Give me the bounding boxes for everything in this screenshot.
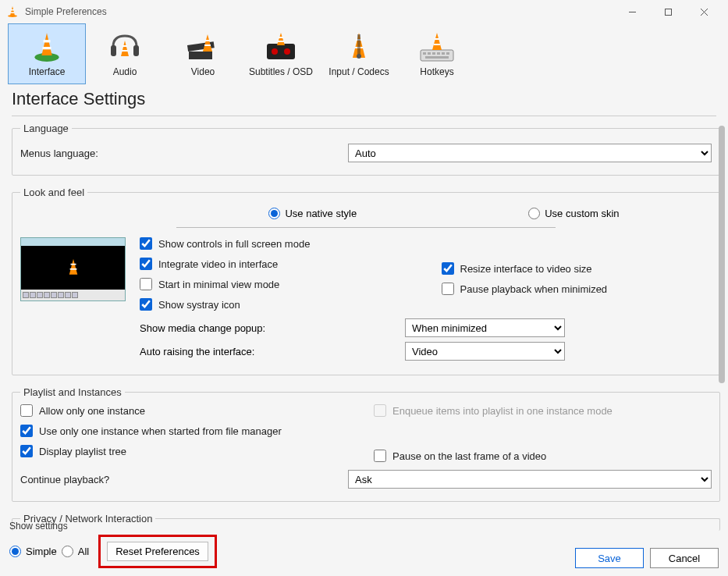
radio-show-all[interactable]: All — [62, 546, 89, 557]
checkbox-resize-interface[interactable]: Resize interface to video size — [442, 262, 712, 275]
radio-native-style[interactable]: Use native style — [268, 208, 357, 219]
scrollbar-thumb[interactable] — [719, 126, 725, 383]
divider — [12, 116, 716, 116]
svg-rect-24 — [355, 47, 363, 48]
svg-rect-8 — [44, 40, 51, 42]
divider — [176, 227, 556, 228]
cone-icon — [31, 31, 62, 62]
checkbox-show-controls-fullscreen[interactable]: Show controls in full screen mode — [140, 237, 410, 250]
svg-rect-14 — [189, 52, 212, 59]
checkbox-enqueue-one-instance: Enqueue items into playlist in one insta… — [374, 404, 712, 417]
svg-rect-17 — [204, 44, 211, 46]
svg-point-19 — [272, 48, 278, 55]
svg-rect-4 — [665, 9, 671, 15]
tab-label: Subtitles / OSD — [249, 66, 313, 77]
checkbox-pause-last-frame[interactable]: Pause on the last frame of a video — [374, 450, 712, 462]
group-legend: Look and feel — [20, 187, 87, 198]
svg-rect-26 — [421, 50, 453, 61]
svg-rect-33 — [425, 56, 449, 59]
keyboard-cone-icon — [419, 31, 455, 62]
svg-point-20 — [284, 48, 290, 55]
close-button[interactable] — [686, 0, 722, 23]
checkbox-start-minimal[interactable]: Start in minimal view mode — [140, 278, 410, 290]
svg-rect-10 — [111, 45, 116, 56]
group-look-and-feel: Look and feel Use native style Use custo… — [12, 187, 720, 375]
category-tabs: Interface Audio Video Subtitles / OSD In… — [0, 23, 728, 84]
show-settings-label: Show settings — [9, 521, 217, 532]
svg-rect-27 — [423, 52, 426, 55]
svg-rect-29 — [432, 52, 435, 55]
clapper-cone-icon — [186, 31, 220, 62]
menus-language-label: Menus language: — [20, 148, 348, 159]
svg-rect-32 — [446, 52, 449, 55]
display-cone-icon — [262, 31, 300, 62]
checkbox-one-instance-file-manager[interactable]: Use only one instance when started from … — [20, 425, 358, 437]
svg-point-2 — [8, 15, 17, 17]
checkbox-display-playlist-tree[interactable]: Display playlist tree — [20, 445, 358, 457]
tab-label: Input / Codecs — [328, 66, 389, 77]
svg-rect-30 — [437, 52, 440, 55]
checkbox-show-systray[interactable]: Show systray icon — [140, 298, 410, 311]
continue-playback-label: Continue playback? — [20, 474, 348, 485]
svg-rect-34 — [435, 38, 439, 40]
interface-preview-image — [20, 237, 126, 301]
page-title: Interface Settings — [0, 84, 728, 112]
svg-rect-21 — [279, 37, 283, 38]
media-change-popup-select[interactable]: When minimized — [405, 318, 565, 337]
save-button[interactable]: Save — [575, 548, 644, 568]
svg-rect-37 — [69, 268, 76, 270]
highlight-annotation: Reset Preferences — [98, 535, 217, 568]
tab-interface[interactable]: Interface — [8, 23, 86, 84]
tab-label: Hotkeys — [420, 66, 453, 77]
svg-rect-23 — [356, 39, 362, 41]
media-change-popup-label: Show media change popup: — [140, 322, 405, 334]
radio-custom-skin[interactable]: Use custom skin — [528, 208, 619, 219]
svg-rect-11 — [133, 45, 139, 56]
cancel-button[interactable]: Cancel — [650, 548, 719, 568]
checkbox-integrate-video[interactable]: Integrate video in interface — [140, 258, 410, 270]
svg-rect-36 — [70, 264, 76, 265]
svg-rect-35 — [434, 44, 440, 45]
svg-rect-18 — [267, 44, 295, 59]
group-playlist-instances: Playlist and Instances Allow only one in… — [12, 386, 720, 502]
tab-input-codecs[interactable]: Input / Codecs — [320, 23, 398, 84]
checkbox-allow-one-instance[interactable]: Allow only one instance — [20, 404, 358, 417]
radio-show-simple[interactable]: Simple — [9, 546, 57, 557]
svg-rect-9 — [42, 47, 51, 49]
svg-point-25 — [357, 54, 361, 59]
tab-video[interactable]: Video — [164, 23, 242, 84]
group-language: Language Menus language: Auto — [12, 123, 720, 176]
reset-preferences-button[interactable]: Reset Preferences — [107, 542, 208, 561]
svg-rect-1 — [11, 12, 15, 14]
checkbox-pause-minimized[interactable]: Pause playback when minimized — [442, 283, 712, 295]
footer: Show settings Simple All Reset Preferenc… — [0, 531, 728, 576]
vlc-app-icon — [6, 5, 19, 18]
tab-label: Interface — [29, 66, 66, 77]
svg-rect-16 — [205, 40, 210, 41]
group-legend: Playlist and Instances — [20, 386, 125, 398]
window-title: Simple Preferences — [25, 6, 614, 17]
auto-raising-label: Auto raising the interface: — [140, 346, 405, 357]
tab-hotkeys[interactable]: Hotkeys — [398, 23, 476, 84]
svg-rect-22 — [278, 41, 284, 42]
svg-rect-0 — [11, 9, 14, 11]
headphones-cone-icon — [108, 31, 141, 62]
tab-label: Video — [191, 66, 215, 77]
group-legend: Language — [20, 123, 72, 134]
svg-rect-31 — [442, 52, 445, 55]
tab-subtitles[interactable]: Subtitles / OSD — [242, 23, 320, 84]
menus-language-select[interactable]: Auto — [348, 144, 712, 162]
tab-audio[interactable]: Audio — [86, 23, 164, 84]
svg-rect-13 — [122, 50, 128, 52]
svg-rect-12 — [123, 45, 127, 47]
svg-rect-28 — [428, 52, 431, 55]
maximize-button[interactable] — [650, 0, 686, 23]
settings-scroll-area: Language Menus language: Auto Look and f… — [0, 123, 728, 508]
auto-raising-select[interactable]: Video — [405, 342, 565, 361]
zipper-cone-icon — [343, 31, 375, 62]
titlebar: Simple Preferences — [0, 0, 728, 23]
minimize-button[interactable] — [614, 0, 650, 23]
continue-playback-select[interactable]: Ask — [348, 470, 712, 489]
tab-label: Audio — [113, 66, 137, 77]
